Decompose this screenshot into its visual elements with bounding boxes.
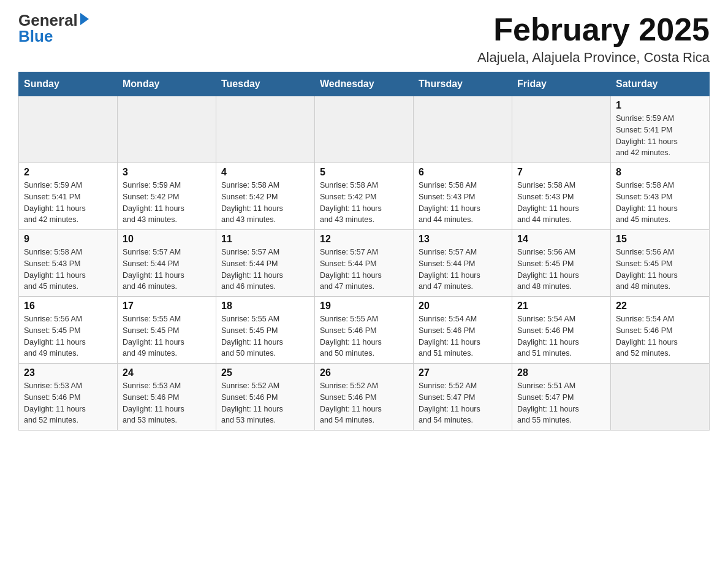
day-info: Sunrise: 5:59 AM Sunset: 5:41 PM Dayligh… [24, 180, 112, 226]
calendar-cell: 21Sunrise: 5:54 AM Sunset: 5:46 PM Dayli… [512, 297, 611, 364]
calendar-table: Sunday Monday Tuesday Wednesday Thursday… [18, 72, 710, 431]
calendar-cell: 14Sunrise: 5:56 AM Sunset: 5:45 PM Dayli… [512, 230, 611, 297]
calendar-cell: 19Sunrise: 5:55 AM Sunset: 5:46 PM Dayli… [315, 297, 414, 364]
day-number: 9 [24, 234, 112, 245]
day-info: Sunrise: 5:52 AM Sunset: 5:47 PM Dayligh… [419, 380, 507, 426]
day-info: Sunrise: 5:59 AM Sunset: 5:41 PM Dayligh… [616, 113, 704, 159]
day-number: 27 [419, 367, 507, 378]
calendar-cell: 8Sunrise: 5:58 AM Sunset: 5:43 PM Daylig… [611, 163, 710, 230]
day-info: Sunrise: 5:52 AM Sunset: 5:46 PM Dayligh… [320, 380, 408, 426]
day-number: 4 [221, 167, 309, 178]
day-number: 19 [320, 301, 408, 312]
calendar-cell: 25Sunrise: 5:52 AM Sunset: 5:46 PM Dayli… [216, 364, 315, 431]
col-saturday: Saturday [611, 72, 710, 96]
calendar-cell: 13Sunrise: 5:57 AM Sunset: 5:44 PM Dayli… [414, 230, 512, 297]
day-number: 18 [221, 301, 309, 312]
day-number: 28 [517, 367, 605, 378]
calendar-cell: 17Sunrise: 5:55 AM Sunset: 5:45 PM Dayli… [118, 297, 216, 364]
day-number: 26 [320, 367, 408, 378]
day-number: 20 [419, 301, 507, 312]
day-info: Sunrise: 5:53 AM Sunset: 5:46 PM Dayligh… [123, 380, 211, 426]
day-info: Sunrise: 5:58 AM Sunset: 5:42 PM Dayligh… [221, 180, 309, 226]
calendar-cell: 9Sunrise: 5:58 AM Sunset: 5:43 PM Daylig… [19, 230, 118, 297]
day-number: 10 [123, 234, 211, 245]
calendar-cell: 5Sunrise: 5:58 AM Sunset: 5:42 PM Daylig… [315, 163, 414, 230]
calendar-cell: 23Sunrise: 5:53 AM Sunset: 5:46 PM Dayli… [19, 364, 118, 431]
day-number: 14 [517, 234, 605, 245]
day-number: 8 [616, 167, 704, 178]
day-info: Sunrise: 5:57 AM Sunset: 5:44 PM Dayligh… [419, 247, 507, 293]
day-info: Sunrise: 5:58 AM Sunset: 5:43 PM Dayligh… [24, 247, 112, 293]
day-info: Sunrise: 5:52 AM Sunset: 5:46 PM Dayligh… [221, 380, 309, 426]
day-info: Sunrise: 5:58 AM Sunset: 5:42 PM Dayligh… [320, 180, 408, 226]
calendar-week-5: 23Sunrise: 5:53 AM Sunset: 5:46 PM Dayli… [19, 364, 710, 431]
calendar-header: Sunday Monday Tuesday Wednesday Thursday… [19, 72, 710, 96]
day-info: Sunrise: 5:57 AM Sunset: 5:44 PM Dayligh… [123, 247, 211, 293]
logo-blue-text: Blue [18, 28, 53, 44]
calendar-cell: 2Sunrise: 5:59 AM Sunset: 5:41 PM Daylig… [19, 163, 118, 230]
day-info: Sunrise: 5:57 AM Sunset: 5:44 PM Dayligh… [221, 247, 309, 293]
day-number: 5 [320, 167, 408, 178]
location-subtitle: Alajuela, Alajuela Province, Costa Rica [477, 50, 710, 66]
calendar-week-2: 2Sunrise: 5:59 AM Sunset: 5:41 PM Daylig… [19, 163, 710, 230]
day-info: Sunrise: 5:56 AM Sunset: 5:45 PM Dayligh… [24, 313, 112, 359]
calendar-cell: 10Sunrise: 5:57 AM Sunset: 5:44 PM Dayli… [118, 230, 216, 297]
col-sunday: Sunday [19, 72, 118, 96]
calendar-body: 1Sunrise: 5:59 AM Sunset: 5:41 PM Daylig… [19, 96, 710, 431]
day-info: Sunrise: 5:51 AM Sunset: 5:47 PM Dayligh… [517, 380, 605, 426]
calendar-cell: 16Sunrise: 5:56 AM Sunset: 5:45 PM Dayli… [19, 297, 118, 364]
day-number: 1 [616, 100, 704, 111]
col-friday: Friday [512, 72, 611, 96]
day-info: Sunrise: 5:55 AM Sunset: 5:45 PM Dayligh… [123, 313, 211, 359]
calendar-cell [611, 364, 710, 431]
day-number: 22 [616, 301, 704, 312]
calendar-cell [118, 96, 216, 163]
day-number: 3 [123, 167, 211, 178]
col-wednesday: Wednesday [315, 72, 414, 96]
day-info: Sunrise: 5:54 AM Sunset: 5:46 PM Dayligh… [616, 313, 704, 359]
calendar-cell: 22Sunrise: 5:54 AM Sunset: 5:46 PM Dayli… [611, 297, 710, 364]
calendar-cell: 15Sunrise: 5:56 AM Sunset: 5:45 PM Dayli… [611, 230, 710, 297]
day-number: 15 [616, 234, 704, 245]
calendar-cell: 27Sunrise: 5:52 AM Sunset: 5:47 PM Dayli… [414, 364, 512, 431]
day-info: Sunrise: 5:55 AM Sunset: 5:46 PM Dayligh… [320, 313, 408, 359]
day-number: 12 [320, 234, 408, 245]
calendar-cell: 18Sunrise: 5:55 AM Sunset: 5:45 PM Dayli… [216, 297, 315, 364]
month-title: February 2025 [477, 12, 710, 47]
day-info: Sunrise: 5:54 AM Sunset: 5:46 PM Dayligh… [419, 313, 507, 359]
calendar-cell [216, 96, 315, 163]
calendar-cell [414, 96, 512, 163]
day-info: Sunrise: 5:57 AM Sunset: 5:44 PM Dayligh… [320, 247, 408, 293]
day-info: Sunrise: 5:53 AM Sunset: 5:46 PM Dayligh… [24, 380, 112, 426]
day-number: 17 [123, 301, 211, 312]
day-info: Sunrise: 5:55 AM Sunset: 5:45 PM Dayligh… [221, 313, 309, 359]
day-info: Sunrise: 5:58 AM Sunset: 5:43 PM Dayligh… [616, 180, 704, 226]
logo-general-text: General [18, 12, 78, 28]
col-monday: Monday [118, 72, 216, 96]
calendar-cell: 26Sunrise: 5:52 AM Sunset: 5:46 PM Dayli… [315, 364, 414, 431]
calendar-cell [512, 96, 611, 163]
calendar-week-3: 9Sunrise: 5:58 AM Sunset: 5:43 PM Daylig… [19, 230, 710, 297]
day-number: 6 [419, 167, 507, 178]
calendar-cell: 11Sunrise: 5:57 AM Sunset: 5:44 PM Dayli… [216, 230, 315, 297]
day-number: 13 [419, 234, 507, 245]
day-number: 25 [221, 367, 309, 378]
day-info: Sunrise: 5:58 AM Sunset: 5:43 PM Dayligh… [517, 180, 605, 226]
day-number: 11 [221, 234, 309, 245]
calendar-cell: 7Sunrise: 5:58 AM Sunset: 5:43 PM Daylig… [512, 163, 611, 230]
day-info: Sunrise: 5:56 AM Sunset: 5:45 PM Dayligh… [517, 247, 605, 293]
col-thursday: Thursday [414, 72, 512, 96]
day-info: Sunrise: 5:59 AM Sunset: 5:42 PM Dayligh… [123, 180, 211, 226]
header-row: Sunday Monday Tuesday Wednesday Thursday… [19, 72, 710, 96]
col-tuesday: Tuesday [216, 72, 315, 96]
calendar-cell: 28Sunrise: 5:51 AM Sunset: 5:47 PM Dayli… [512, 364, 611, 431]
day-number: 2 [24, 167, 112, 178]
calendar-cell [315, 96, 414, 163]
day-info: Sunrise: 5:56 AM Sunset: 5:45 PM Dayligh… [616, 247, 704, 293]
day-number: 7 [517, 167, 605, 178]
calendar-cell: 1Sunrise: 5:59 AM Sunset: 5:41 PM Daylig… [611, 96, 710, 163]
day-number: 23 [24, 367, 112, 378]
logo: General Blue [18, 12, 89, 44]
logo-arrow-icon [80, 13, 89, 25]
day-number: 21 [517, 301, 605, 312]
